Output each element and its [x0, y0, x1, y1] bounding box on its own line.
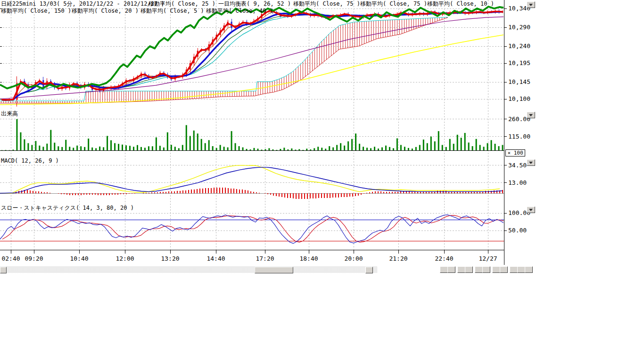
svg-text:10,145: 10,145: [508, 78, 530, 85]
svg-text:34.50: 34.50: [508, 162, 527, 169]
volume-bars: [0, 119, 504, 150]
svg-text:20:00: 20:00: [344, 255, 363, 262]
svg-text:10,290: 10,290: [508, 24, 530, 31]
svg-text:17:20: 17:20: [256, 255, 274, 262]
legend-ma-150: 移動平均( Close, 150 ): [1, 8, 71, 14]
chevron-down-icon: [529, 162, 533, 164]
volume-multiplier-box: × 100: [505, 149, 525, 156]
mini-toolbar-button[interactable]: [525, 266, 533, 273]
scroll-right-button[interactable]: [365, 267, 373, 273]
chart-canvas: 10,34010,29010,24010,19510,14510,100260.…: [0, 0, 534, 272]
svg-text:18:40: 18:40: [299, 255, 318, 262]
svg-text:10,240: 10,240: [508, 42, 530, 49]
stochastics-panel-dropdown-button[interactable]: [527, 206, 535, 213]
legend-ma-75b: 移動平均( Close, 75 ): [360, 0, 427, 7]
macd-panel-dropdown-button[interactable]: [527, 159, 535, 166]
horizontal-scrollbar[interactable]: [0, 266, 377, 273]
svg-text:50.00: 50.00: [508, 227, 527, 234]
mini-toolbar-button[interactable]: [492, 266, 500, 273]
svg-text:13:20: 13:20: [161, 255, 179, 262]
scroll-left-button[interactable]: [0, 267, 7, 273]
price-panel-dropdown-button[interactable]: [527, 1, 535, 8]
legend-ma-40: 移動平均( Close, 40 ): [206, 8, 273, 14]
mini-toolbar-button[interactable]: [465, 266, 473, 273]
chevron-down-icon: [529, 209, 533, 211]
mini-toolbar-button[interactable]: [482, 266, 490, 273]
macd-panel-title: MACD( 12, 26, 9 ): [1, 157, 59, 164]
slow-moving-averages: [0, 17, 504, 105]
svg-text:10,195: 10,195: [508, 59, 530, 66]
mini-toolbar-button[interactable]: [517, 266, 525, 273]
svg-text:12:00: 12:00: [116, 255, 134, 262]
gridlines: [0, 0, 504, 250]
chevron-down-icon: [529, 4, 533, 6]
mini-toolbar-button[interactable]: [475, 266, 483, 273]
legend-ma-5: 移動平均( Close, 5 ): [140, 8, 204, 14]
legend-ma-75a: 移動平均( Close, 75 ): [293, 0, 360, 7]
svg-text:13.00: 13.00: [508, 179, 527, 186]
legend-ichimoku: 一目均衡表( 9, 26, 52 ): [218, 0, 291, 7]
legend-ma-20: 移動平均( Close, 20 ): [72, 8, 139, 14]
mini-toolbar-button[interactable]: [510, 266, 518, 273]
svg-text:09:20: 09:20: [25, 255, 43, 262]
volume-panel-title: 出来高: [1, 110, 18, 117]
volume-panel-dropdown-button[interactable]: [527, 112, 535, 118]
instrument-title: 日経225mini 13/03( 5分, 2012/12/22 - 2012/1…: [1, 0, 165, 7]
svg-text:14:40: 14:40: [206, 255, 225, 262]
legend-ma-10: 移動平均( Close, 10 ): [427, 0, 494, 7]
macd-panel: [0, 165, 504, 199]
mini-toolbar-button[interactable]: [447, 266, 455, 273]
mini-toolbar-button[interactable]: [440, 266, 448, 273]
mini-toolbar-button[interactable]: [457, 266, 465, 273]
mini-toolbar-button[interactable]: [500, 266, 508, 273]
legend-ma-25: 移動平均( Close, 25 ): [149, 0, 215, 7]
chikou-span-line: [0, 7, 504, 89]
svg-text:02:40: 02:40: [1, 255, 20, 262]
svg-text:21:20: 21:20: [389, 255, 407, 262]
svg-text:12/27: 12/27: [479, 255, 497, 262]
svg-text:22:40: 22:40: [435, 255, 453, 262]
svg-text:10,100: 10,100: [508, 95, 530, 102]
scrollbar-thumb[interactable]: [255, 267, 293, 273]
stochastics-panel-title: スロー・ストキャスティクス( 14, 3, 80, 20 ): [1, 205, 134, 211]
svg-text:10:40: 10:40: [70, 255, 88, 262]
stochastics-panel: [0, 215, 504, 250]
chart-application-window: 10,34010,29010,24010,19510,14510,100260.…: [0, 0, 644, 362]
svg-text:115.00: 115.00: [508, 133, 530, 140]
chevron-down-icon: [529, 114, 533, 116]
